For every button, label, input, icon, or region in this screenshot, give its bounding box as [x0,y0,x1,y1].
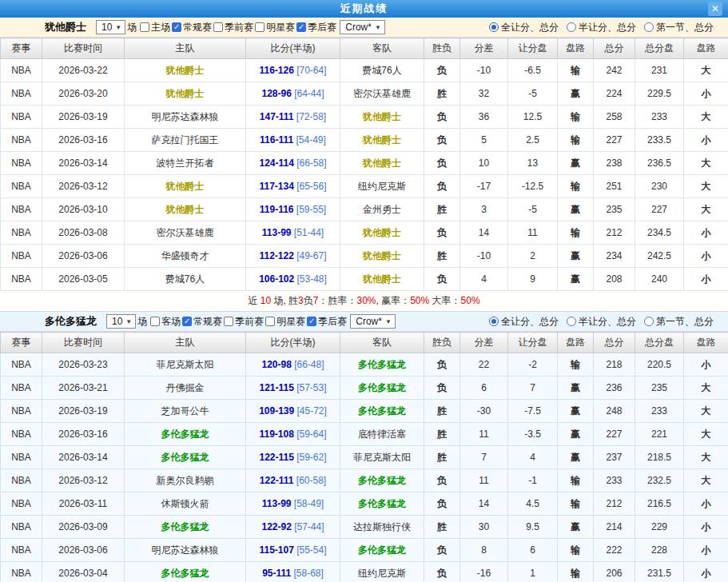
score-cell: 113-99 [58-49] [246,492,340,516]
handicap-result-cell: 输 [558,492,594,516]
radio-icon[interactable] [567,317,576,326]
table-header-row: 赛事比赛时间主队比分(半场)客队胜负分差让分盘盘路总分总分盘盘路 [1,333,728,353]
team-name-label: 犹他爵士 [45,20,86,34]
checkbox-label: 常规赛 [183,21,212,34]
games-count-value: 10 [101,22,112,33]
radio-icon[interactable] [489,317,499,326]
checkbox-icon[interactable] [255,22,265,32]
filter-checkbox-group: 客场✓常规赛季前赛明星赛✓季后赛 [150,315,348,329]
checkbox-icon[interactable]: ✓ [307,317,316,326]
half-score: [58-49] [294,498,324,509]
radio-icon[interactable] [644,317,654,326]
column-header: 比分(半场) [246,38,340,59]
handicap-line-cell: -6.5 [508,59,558,82]
filter-checkbox[interactable]: 季前赛 [213,21,253,34]
handicap-line-cell: -1 [508,469,558,492]
radio-icon[interactable] [567,22,576,32]
filter-checkbox[interactable]: 客场 [150,315,181,329]
checkbox-icon[interactable] [224,317,233,326]
date-cell: 2026-03-08 [42,221,125,245]
home-team-cell: 密尔沃基雄鹿 [125,221,246,245]
over-under-cell: 大 [684,400,728,423]
bookmaker-select[interactable]: Crow* ▼ [340,20,385,34]
radio-icon[interactable] [644,22,654,32]
score-cell: 120-98 [66-48] [246,353,340,377]
checkbox-icon[interactable] [213,22,223,32]
match-row: NBA2026-03-05费城76人106-102 [53-48]犹他爵士负49… [1,268,728,291]
result-cell: 负 [424,59,460,82]
summary-text: 3 [298,295,304,306]
column-header: 比赛时间 [42,38,125,59]
checkbox-icon[interactable]: ✓ [182,317,192,326]
filter-checkbox[interactable]: 明星赛 [255,21,295,34]
handicap-line-cell: 6 [508,539,558,562]
checkbox-icon[interactable]: ✓ [296,22,306,32]
result-cell: 负 [424,221,460,245]
score-cell: 122-111 [60-58] [246,469,340,492]
score-cell: 115-107 [55-54] [246,539,340,562]
table-header: 赛事比赛时间主队比分(半场)客队胜负分差让分盘盘路总分总分盘盘路 [1,333,728,353]
result-cell: 负 [424,106,460,129]
half-score: [51-44] [294,227,324,238]
stat-mode-radio[interactable]: 全让分、总分 [489,315,559,329]
games-count-select[interactable]: 10 ▼ [96,20,125,34]
close-icon[interactable]: ✕ [708,2,722,16]
summary-text: 近 [248,295,260,306]
point-diff-cell: 6 [460,377,508,400]
total-points-cell: 234 [594,245,635,268]
chevron-down-icon: ▼ [385,318,392,325]
filter-checkbox[interactable]: 季前赛 [224,315,264,329]
checkbox-icon[interactable] [140,22,149,32]
away-team-cell: 犹他爵士 [340,152,424,175]
home-team-cell: 芝加哥公牛 [125,400,246,423]
stat-mode-radio[interactable]: 半让分、总分 [567,315,636,329]
total-line-cell: 233 [635,400,684,423]
filter-checkbox[interactable]: ✓季后赛 [296,21,336,34]
handicap-result-cell: 赢 [558,245,594,268]
stat-mode-radio[interactable]: 第一节、总分 [644,315,714,329]
stat-mode-radio[interactable]: 全让分、总分 [489,21,559,34]
score-cell: 122-115 [59-62] [246,446,340,469]
bookmaker-select[interactable]: Crow* ▼ [350,314,396,329]
radio-icon[interactable] [489,22,499,32]
summary-text: 场, 胜 [271,295,298,306]
checkbox-label: 明星赛 [266,21,295,34]
handicap-result-cell: 赢 [558,400,594,423]
games-count-value: 10 [112,316,122,327]
filter-bar: 多伦多猛龙 10 ▼ 场 客场✓常规赛季前赛明星赛✓季后赛 Crow* ▼ 全让… [0,312,728,332]
checkbox-icon[interactable]: ✓ [172,22,181,32]
total-line-cell: 216.5 [635,492,684,516]
stat-mode-radio[interactable]: 半让分、总分 [567,21,636,34]
handicap-line-cell: -5 [508,82,558,106]
stat-mode-radio[interactable]: 第一节、总分 [644,21,714,34]
score-cell: 147-111 [72-58] [246,106,340,129]
handicap-line-cell: 4.5 [508,492,558,516]
result-cell: 胜 [424,516,460,539]
games-count-select[interactable]: 10 ▼ [106,314,136,329]
full-score: 122-92 [261,521,291,532]
column-header: 胜负 [424,333,460,353]
filter-checkbox[interactable]: 主场 [140,21,170,34]
filter-checkbox[interactable]: ✓季后赛 [307,315,347,329]
point-diff-cell: 32 [460,82,508,106]
dialog-titlebar: 近期战绩 ✕ [0,0,728,18]
league-cell: NBA [1,221,42,245]
home-team-cell: 丹佛掘金 [125,377,246,400]
half-score: [59-64] [296,429,326,440]
result-cell: 负 [424,539,460,562]
total-points-cell: 242 [594,59,635,82]
score-cell: 106-102 [53-48] [246,268,340,291]
total-points-cell: 227 [594,423,635,446]
filter-checkbox[interactable]: 明星赛 [265,315,305,329]
checkbox-icon[interactable] [265,317,275,326]
filter-checkbox[interactable]: ✓常规赛 [182,315,222,329]
league-cell: NBA [1,377,42,400]
checkbox-icon[interactable] [150,317,160,326]
away-team-cell: 犹他爵士 [340,106,424,129]
away-team-cell: 纽约尼克斯 [340,562,424,582]
filter-checkbox[interactable]: ✓常规赛 [172,21,212,34]
summary-text: 负 [304,295,313,306]
handicap-result-cell: 赢 [558,516,594,539]
result-cell: 胜 [424,198,460,221]
half-score: [57-53] [296,382,326,393]
